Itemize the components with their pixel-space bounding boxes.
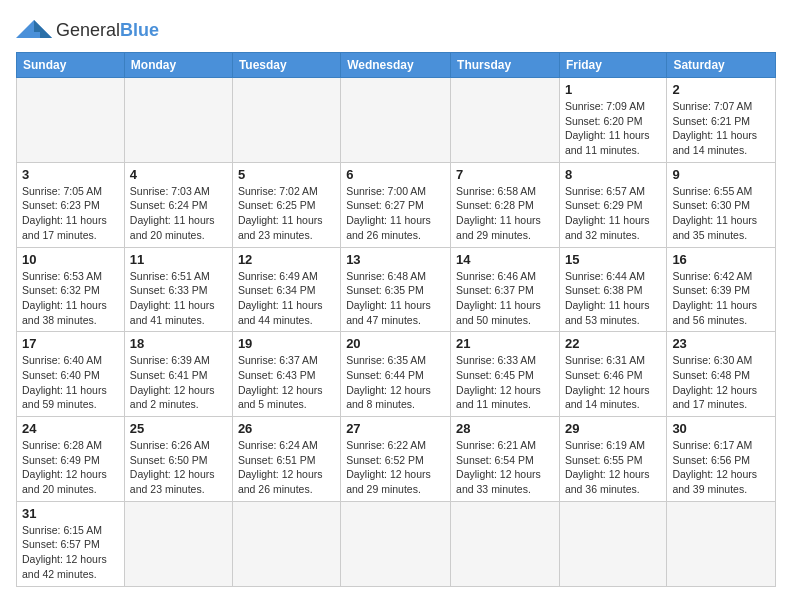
day-header-saturday: Saturday [667, 53, 776, 78]
day-number: 4 [130, 167, 227, 182]
day-info: Sunrise: 6:15 AM Sunset: 6:57 PM Dayligh… [22, 523, 119, 582]
day-number: 12 [238, 252, 335, 267]
calendar-table: SundayMondayTuesdayWednesdayThursdayFrid… [16, 52, 776, 587]
calendar-cell [124, 78, 232, 163]
day-number: 2 [672, 82, 770, 97]
day-info: Sunrise: 6:17 AM Sunset: 6:56 PM Dayligh… [672, 438, 770, 497]
day-number: 5 [238, 167, 335, 182]
day-number: 23 [672, 336, 770, 351]
calendar-cell: 3Sunrise: 7:05 AM Sunset: 6:23 PM Daylig… [17, 162, 125, 247]
calendar-week-row: 1Sunrise: 7:09 AM Sunset: 6:20 PM Daylig… [17, 78, 776, 163]
calendar-cell: 29Sunrise: 6:19 AM Sunset: 6:55 PM Dayli… [559, 417, 666, 502]
day-header-tuesday: Tuesday [232, 53, 340, 78]
day-number: 8 [565, 167, 661, 182]
calendar-header-row: SundayMondayTuesdayWednesdayThursdayFrid… [17, 53, 776, 78]
day-info: Sunrise: 6:30 AM Sunset: 6:48 PM Dayligh… [672, 353, 770, 412]
calendar-cell: 9Sunrise: 6:55 AM Sunset: 6:30 PM Daylig… [667, 162, 776, 247]
day-info: Sunrise: 6:21 AM Sunset: 6:54 PM Dayligh… [456, 438, 554, 497]
day-info: Sunrise: 6:31 AM Sunset: 6:46 PM Dayligh… [565, 353, 661, 412]
calendar-cell: 15Sunrise: 6:44 AM Sunset: 6:38 PM Dayli… [559, 247, 666, 332]
calendar-cell: 13Sunrise: 6:48 AM Sunset: 6:35 PM Dayli… [341, 247, 451, 332]
logo-icon [16, 16, 52, 44]
calendar-cell: 8Sunrise: 6:57 AM Sunset: 6:29 PM Daylig… [559, 162, 666, 247]
calendar-cell: 17Sunrise: 6:40 AM Sunset: 6:40 PM Dayli… [17, 332, 125, 417]
calendar-week-row: 3Sunrise: 7:05 AM Sunset: 6:23 PM Daylig… [17, 162, 776, 247]
calendar-week-row: 10Sunrise: 6:53 AM Sunset: 6:32 PM Dayli… [17, 247, 776, 332]
day-number: 3 [22, 167, 119, 182]
calendar-cell: 5Sunrise: 7:02 AM Sunset: 6:25 PM Daylig… [232, 162, 340, 247]
day-info: Sunrise: 6:24 AM Sunset: 6:51 PM Dayligh… [238, 438, 335, 497]
calendar-cell: 23Sunrise: 6:30 AM Sunset: 6:48 PM Dayli… [667, 332, 776, 417]
day-number: 18 [130, 336, 227, 351]
calendar-cell: 26Sunrise: 6:24 AM Sunset: 6:51 PM Dayli… [232, 417, 340, 502]
day-number: 31 [22, 506, 119, 521]
day-number: 6 [346, 167, 445, 182]
day-number: 20 [346, 336, 445, 351]
day-number: 21 [456, 336, 554, 351]
logo: GeneralBlue [16, 16, 159, 44]
day-info: Sunrise: 6:53 AM Sunset: 6:32 PM Dayligh… [22, 269, 119, 328]
day-info: Sunrise: 6:51 AM Sunset: 6:33 PM Dayligh… [130, 269, 227, 328]
day-info: Sunrise: 6:19 AM Sunset: 6:55 PM Dayligh… [565, 438, 661, 497]
day-number: 27 [346, 421, 445, 436]
calendar-cell: 27Sunrise: 6:22 AM Sunset: 6:52 PM Dayli… [341, 417, 451, 502]
day-header-wednesday: Wednesday [341, 53, 451, 78]
day-number: 10 [22, 252, 119, 267]
day-number: 22 [565, 336, 661, 351]
calendar-cell: 31Sunrise: 6:15 AM Sunset: 6:57 PM Dayli… [17, 501, 125, 586]
calendar-cell: 24Sunrise: 6:28 AM Sunset: 6:49 PM Dayli… [17, 417, 125, 502]
calendar-cell: 21Sunrise: 6:33 AM Sunset: 6:45 PM Dayli… [451, 332, 560, 417]
day-number: 19 [238, 336, 335, 351]
calendar-cell [667, 501, 776, 586]
day-info: Sunrise: 6:55 AM Sunset: 6:30 PM Dayligh… [672, 184, 770, 243]
calendar-cell: 10Sunrise: 6:53 AM Sunset: 6:32 PM Dayli… [17, 247, 125, 332]
day-info: Sunrise: 6:42 AM Sunset: 6:39 PM Dayligh… [672, 269, 770, 328]
svg-rect-3 [28, 32, 40, 38]
day-info: Sunrise: 7:07 AM Sunset: 6:21 PM Dayligh… [672, 99, 770, 158]
day-number: 9 [672, 167, 770, 182]
day-header-monday: Monday [124, 53, 232, 78]
calendar-cell: 11Sunrise: 6:51 AM Sunset: 6:33 PM Dayli… [124, 247, 232, 332]
day-number: 16 [672, 252, 770, 267]
day-info: Sunrise: 6:44 AM Sunset: 6:38 PM Dayligh… [565, 269, 661, 328]
day-number: 28 [456, 421, 554, 436]
day-info: Sunrise: 6:39 AM Sunset: 6:41 PM Dayligh… [130, 353, 227, 412]
calendar-week-row: 31Sunrise: 6:15 AM Sunset: 6:57 PM Dayli… [17, 501, 776, 586]
calendar-cell: 25Sunrise: 6:26 AM Sunset: 6:50 PM Dayli… [124, 417, 232, 502]
day-info: Sunrise: 6:40 AM Sunset: 6:40 PM Dayligh… [22, 353, 119, 412]
calendar-cell [451, 501, 560, 586]
day-info: Sunrise: 6:35 AM Sunset: 6:44 PM Dayligh… [346, 353, 445, 412]
day-number: 24 [22, 421, 119, 436]
day-number: 1 [565, 82, 661, 97]
calendar-cell [17, 78, 125, 163]
calendar-cell: 7Sunrise: 6:58 AM Sunset: 6:28 PM Daylig… [451, 162, 560, 247]
calendar-cell [341, 501, 451, 586]
calendar-cell: 1Sunrise: 7:09 AM Sunset: 6:20 PM Daylig… [559, 78, 666, 163]
day-info: Sunrise: 6:37 AM Sunset: 6:43 PM Dayligh… [238, 353, 335, 412]
calendar-cell: 18Sunrise: 6:39 AM Sunset: 6:41 PM Dayli… [124, 332, 232, 417]
day-info: Sunrise: 6:28 AM Sunset: 6:49 PM Dayligh… [22, 438, 119, 497]
calendar-cell: 6Sunrise: 7:00 AM Sunset: 6:27 PM Daylig… [341, 162, 451, 247]
calendar-cell: 4Sunrise: 7:03 AM Sunset: 6:24 PM Daylig… [124, 162, 232, 247]
calendar-cell: 20Sunrise: 6:35 AM Sunset: 6:44 PM Dayli… [341, 332, 451, 417]
day-number: 30 [672, 421, 770, 436]
day-info: Sunrise: 6:48 AM Sunset: 6:35 PM Dayligh… [346, 269, 445, 328]
day-info: Sunrise: 6:57 AM Sunset: 6:29 PM Dayligh… [565, 184, 661, 243]
calendar-cell [124, 501, 232, 586]
calendar-cell [232, 501, 340, 586]
calendar-cell: 28Sunrise: 6:21 AM Sunset: 6:54 PM Dayli… [451, 417, 560, 502]
calendar-cell [232, 78, 340, 163]
day-info: Sunrise: 7:05 AM Sunset: 6:23 PM Dayligh… [22, 184, 119, 243]
calendar-cell: 22Sunrise: 6:31 AM Sunset: 6:46 PM Dayli… [559, 332, 666, 417]
calendar-cell: 30Sunrise: 6:17 AM Sunset: 6:56 PM Dayli… [667, 417, 776, 502]
day-info: Sunrise: 6:49 AM Sunset: 6:34 PM Dayligh… [238, 269, 335, 328]
day-header-thursday: Thursday [451, 53, 560, 78]
day-info: Sunrise: 7:00 AM Sunset: 6:27 PM Dayligh… [346, 184, 445, 243]
day-number: 11 [130, 252, 227, 267]
day-info: Sunrise: 7:02 AM Sunset: 6:25 PM Dayligh… [238, 184, 335, 243]
calendar-week-row: 17Sunrise: 6:40 AM Sunset: 6:40 PM Dayli… [17, 332, 776, 417]
calendar-cell: 2Sunrise: 7:07 AM Sunset: 6:21 PM Daylig… [667, 78, 776, 163]
calendar-cell [341, 78, 451, 163]
day-info: Sunrise: 6:58 AM Sunset: 6:28 PM Dayligh… [456, 184, 554, 243]
calendar-cell: 19Sunrise: 6:37 AM Sunset: 6:43 PM Dayli… [232, 332, 340, 417]
